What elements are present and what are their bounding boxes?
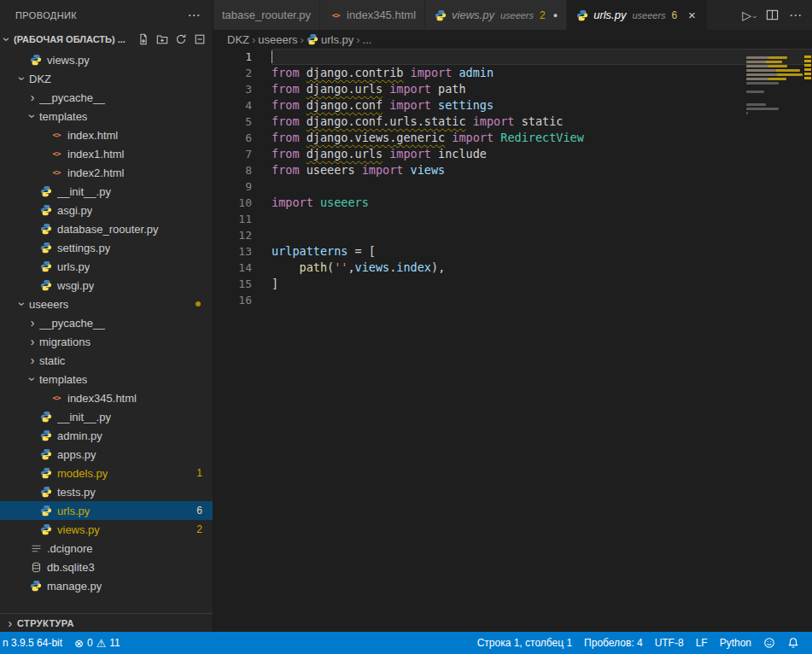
code-text: path('',views.index),: [272, 260, 812, 276]
tab-views.py[interactable]: views.pyuseeers2●: [425, 0, 567, 30]
tree-folder-__pycache__[interactable]: ›__pycache__: [0, 88, 213, 107]
tree-file-index345.html[interactable]: <>index345.html: [0, 388, 213, 407]
new-file-icon[interactable]: [137, 33, 149, 45]
warning-count: 11: [109, 637, 120, 649]
feedback-smiley-icon[interactable]: [757, 632, 781, 654]
tree-file-admin.py[interactable]: admin.py: [0, 426, 213, 445]
minimap[interactable]: [746, 49, 803, 120]
encoding-status[interactable]: UTF-8: [649, 632, 690, 654]
tree-file-views.py[interactable]: views.py2: [0, 520, 213, 539]
tree-item-label: apps.py: [57, 448, 96, 461]
indentation-status[interactable]: Пробелов: 4: [578, 632, 649, 654]
tree-file-index1.html[interactable]: <>index1.html: [0, 144, 213, 163]
code-token: useeers: [307, 163, 355, 177]
tree-file-manage.py[interactable]: manage.py: [0, 576, 213, 595]
status-right: Строка 1, столбец 1 Пробелов: 4 UTF-8 LF…: [475, 632, 812, 654]
tree-file-__init__.py[interactable]: __init__.py: [0, 182, 213, 201]
refresh-icon[interactable]: [175, 33, 187, 45]
breadcrumb-item[interactable]: ...: [363, 33, 372, 46]
code-token: django.contrib: [307, 66, 404, 79]
breadcrumb-item[interactable]: useeers: [258, 33, 297, 46]
chevron-down-icon: ›: [751, 15, 759, 18]
code-text: from useeers import views: [272, 162, 812, 178]
tree-file-settings.py[interactable]: settings.py: [0, 238, 213, 257]
tab-tabase_roouter.py[interactable]: tabase_roouter.py: [213, 0, 320, 30]
tree-file-index2.html[interactable]: <>index2.html: [0, 163, 213, 182]
explorer-more-icon[interactable]: ⋯: [188, 9, 201, 21]
warning-mark: [804, 77, 811, 79]
tree-file-index.html[interactable]: <>index.html: [0, 126, 213, 144]
html-icon: <>: [50, 128, 63, 142]
tree-file-.dcignore[interactable]: .dcignore: [0, 539, 213, 558]
tree-file-views.py[interactable]: views.py: [0, 50, 213, 69]
tree-folder-__pycache__[interactable]: ›__pycache__: [0, 313, 213, 332]
problems-indicator[interactable]: ⊗0 ⚠11: [68, 632, 126, 654]
line-number: 15: [213, 276, 272, 292]
minimap-bar: [746, 91, 764, 93]
new-folder-icon[interactable]: [156, 33, 168, 45]
python-interpreter-status[interactable]: n 3.9.5 64-bit: [0, 632, 68, 654]
tree-item-label: index2.html: [67, 166, 124, 179]
close-icon[interactable]: ×: [685, 9, 698, 21]
tree-file-db.sqlite3[interactable]: db.sqlite3: [0, 558, 213, 576]
language-mode-status[interactable]: Python: [714, 632, 757, 654]
tree-file-urls.py[interactable]: urls.py: [0, 257, 213, 276]
tree-folder-migrations[interactable]: ›migrations: [0, 332, 213, 351]
code-text: import useeers: [272, 195, 812, 211]
tree-file-wsgi.py[interactable]: wsgi.py: [0, 276, 213, 295]
tree-folder-DKZ[interactable]: ›DKZ: [0, 69, 213, 88]
breadcrumb-item[interactable]: DKZ: [227, 33, 249, 46]
minimap-bar: [746, 65, 787, 67]
run-button[interactable]: ▷›: [742, 9, 756, 22]
tree-item-label: .dcignore: [47, 542, 92, 555]
code-editor[interactable]: 12from django.contrib import admin3from …: [213, 49, 812, 632]
code-token: [466, 114, 473, 128]
code-token: import: [272, 196, 313, 209]
code-line: 13urlpatterns = [: [213, 243, 812, 260]
tree-file-models.py[interactable]: models.py1: [0, 464, 213, 482]
tree-folder-static[interactable]: ›static: [0, 351, 213, 370]
code-token: include: [431, 147, 487, 161]
line-number: 3: [213, 81, 272, 97]
modified-dot: [196, 301, 201, 307]
tab-urls.py[interactable]: urls.pyuseeers6×: [567, 0, 708, 30]
tree-folder-useeers[interactable]: ›useeers: [0, 295, 213, 313]
tree-item-label: models.py: [57, 467, 108, 480]
split-editor-icon[interactable]: [766, 9, 779, 21]
code-line: 10import useeers: [213, 195, 812, 211]
breadcrumb-item[interactable]: urls.py: [307, 33, 353, 46]
minimap-bar: [746, 78, 786, 80]
code-text: from django.conf.urls.static import stat…: [272, 114, 812, 130]
chevron-right-icon: ›: [252, 33, 255, 46]
code-line: 3from django.urls import path: [213, 81, 812, 97]
code-text: from django.contrib import admin: [272, 65, 812, 81]
file-tree: views.py›DKZ›__pycache__›templates<>inde…: [0, 49, 213, 613]
editor-more-icon[interactable]: ⋯: [789, 8, 802, 23]
tab-label: tabase_roouter.py: [222, 9, 311, 21]
tree-file-__init__.py[interactable]: __init__.py: [0, 407, 213, 426]
error-icon: ⊗: [74, 638, 84, 649]
python-icon: [39, 222, 53, 236]
collapse-all-icon[interactable]: [194, 33, 206, 45]
tab-folder-hint: useeers: [500, 10, 534, 20]
vscode-window: ПРОВОДНИК ⋯ › (РАБОЧАЯ ОБЛАСТЬ) ... view…: [0, 0, 812, 654]
eol-status[interactable]: LF: [690, 632, 714, 654]
code-token: import: [389, 98, 431, 112]
code-text: [272, 227, 812, 243]
outline-section-header[interactable]: › СТРУКТУРА: [0, 613, 213, 632]
notifications-bell-icon[interactable]: [781, 632, 805, 654]
tab-index345.html[interactable]: <>index345.html: [320, 0, 425, 30]
code-token: from: [272, 66, 307, 79]
tree-file-tests.py[interactable]: tests.py: [0, 482, 213, 501]
tree-file-urls.py[interactable]: urls.py6: [0, 501, 213, 520]
tree-folder-templates[interactable]: ›templates: [0, 370, 213, 388]
tree-folder-templates[interactable]: ›templates: [0, 107, 213, 126]
tree-file-asgi.py[interactable]: asgi.py: [0, 201, 213, 219]
python-icon: [39, 485, 53, 499]
workspace-section-header[interactable]: › (РАБОЧАЯ ОБЛАСТЬ) ...: [0, 30, 213, 49]
tree-file-database_roouter.py[interactable]: database_roouter.py: [0, 219, 213, 238]
code-token: from: [272, 131, 307, 144]
tree-file-apps.py[interactable]: apps.py: [0, 445, 213, 464]
cursor-position-status[interactable]: Строка 1, столбец 1: [475, 632, 578, 654]
tree-item-label: wsgi.py: [57, 279, 94, 292]
